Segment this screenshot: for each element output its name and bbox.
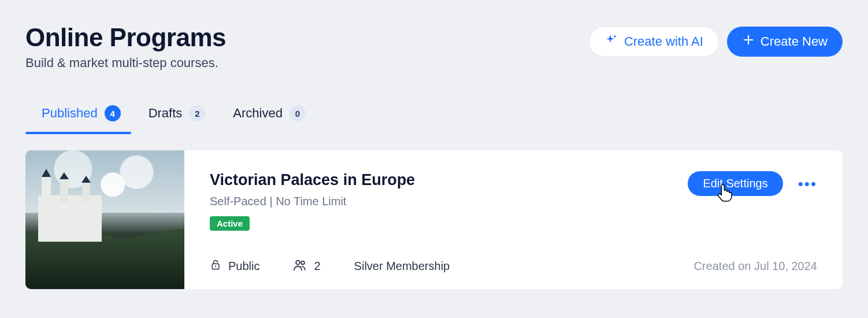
cursor-pointer-icon — [715, 183, 733, 202]
visibility-meta: Public — [210, 258, 259, 274]
tab-published[interactable]: Published 4 — [42, 105, 121, 134]
tab-count: 0 — [290, 105, 306, 121]
create-new-button[interactable]: Create New — [727, 27, 843, 57]
status-badge: Active — [210, 216, 250, 231]
program-meta: Public 2 Silver Membership Created on Ju… — [210, 242, 817, 274]
create-with-ai-button[interactable]: Create with AI — [589, 27, 719, 57]
tab-count: 4 — [105, 105, 121, 121]
create-with-ai-label: Create with AI — [624, 34, 703, 49]
tab-count: 2 — [189, 105, 205, 121]
program-thumbnail[interactable] — [25, 150, 184, 289]
plan-label: Silver Membership — [354, 260, 450, 273]
svg-point-2 — [296, 261, 301, 265]
ellipsis-icon: ••• — [798, 175, 817, 193]
program-subtitle: Self-Paced | No Time Limit — [210, 195, 415, 208]
more-options-button[interactable]: ••• — [798, 176, 817, 191]
tab-archived[interactable]: Archived 0 — [233, 105, 306, 134]
created-date: Created on Jul 10, 2024 — [694, 260, 818, 273]
tab-label: Archived — [233, 106, 283, 121]
create-new-label: Create New — [761, 34, 828, 49]
participants-count: 2 — [314, 260, 320, 273]
tabs: Published 4 Drafts 2 Archived 0 — [25, 105, 843, 134]
tab-drafts[interactable]: Drafts 2 — [149, 105, 206, 134]
participants-meta: 2 — [293, 258, 320, 274]
sparkle-icon — [604, 33, 618, 50]
plan-meta: Silver Membership — [354, 260, 450, 273]
users-icon — [293, 258, 307, 274]
page-title: Online Programs — [25, 23, 226, 52]
edit-settings-button[interactable]: Edit Settings — [688, 171, 782, 196]
tab-label: Published — [42, 106, 98, 121]
program-card: Victorian Palaces in Europe Self-Paced |… — [25, 150, 843, 289]
svg-point-3 — [302, 261, 305, 265]
page-subtitle: Build & market multi-step courses. — [25, 56, 226, 71]
unlock-icon — [210, 258, 221, 274]
visibility-label: Public — [228, 260, 259, 273]
header-actions: Create with AI Create New — [589, 23, 843, 57]
plus-icon — [742, 34, 755, 50]
svg-point-1 — [215, 265, 216, 267]
program-title: Victorian Palaces in Europe — [210, 171, 415, 189]
tab-label: Drafts — [149, 106, 183, 121]
